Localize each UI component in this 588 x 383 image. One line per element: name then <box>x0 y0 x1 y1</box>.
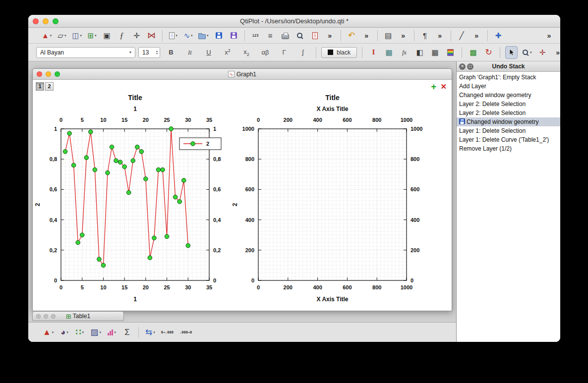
toolbar-separator <box>341 30 341 41</box>
stepper-arrows[interactable]: ▲▼ <box>156 50 160 55</box>
export-ascii-button[interactable]: ≡ <box>264 29 277 42</box>
open-project-button[interactable]: ▾ <box>197 29 210 42</box>
new-note-button[interactable]: ▱▾ <box>56 29 68 42</box>
save-project-button[interactable] <box>213 29 225 42</box>
save-template-button[interactable] <box>228 29 240 42</box>
undo-item-label: Layer 2: Delete Selection <box>459 109 526 116</box>
undo-stack-item[interactable]: Graph 'Graph1': Empty Stack <box>457 73 560 82</box>
plot-toolbar: ▲▾ ◕▾ ∷▾ ▨▾ ▾ Σ ⇆▾ 0→.000 .000→0 <box>28 322 456 342</box>
select-columns-button[interactable]: ▩ <box>467 46 479 59</box>
decrease-decimals-button[interactable]: .000→0 <box>178 326 193 339</box>
data-reader-button[interactable]: ✛ <box>536 46 549 59</box>
svg-text:25: 25 <box>164 284 170 290</box>
show-grid-button[interactable]: ▦ <box>429 46 441 59</box>
svg-text:800: 800 <box>372 284 381 290</box>
text-color-button[interactable]: black <box>321 47 357 58</box>
undo-stack-item[interactable]: Layer 1: Delete Selection <box>457 126 560 135</box>
graph-window: ∿ Graph1 1 2 + ✕ 0055101015 <box>32 68 452 311</box>
draw-line-button[interactable]: ╱ <box>456 29 468 42</box>
set-values-button[interactable]: ▦ <box>383 46 395 59</box>
sum-button[interactable]: Σ <box>121 326 133 339</box>
color-map-button[interactable] <box>444 46 457 59</box>
recalculate-button[interactable]: ↻ <box>482 46 495 59</box>
layer-tab-1[interactable]: 1 <box>36 82 44 91</box>
new-matrix-button[interactable]: ◫▾ <box>70 29 83 42</box>
panel-close-button[interactable]: ✕ <box>459 63 466 70</box>
window-titlebar[interactable]: QtiPlot - /Users/ion/Desktop/undo.qti * <box>28 15 560 28</box>
undo-stack-item[interactable]: Changed window geometry <box>457 117 560 126</box>
undo-stack-item[interactable]: Layer 2: Delete Selection <box>457 109 560 117</box>
table-window-minimized[interactable]: ⊞ Table1 <box>32 311 124 321</box>
svg-text:600: 600 <box>411 186 419 192</box>
add-column-button[interactable]: ✚ <box>492 29 505 42</box>
superscript-button[interactable]: x2 <box>220 46 235 59</box>
svg-text:200: 200 <box>284 117 293 123</box>
increase-decimals-button[interactable]: 0→.000 <box>160 326 175 339</box>
layout-button[interactable]: ▤ <box>382 29 395 42</box>
move-column-button[interactable]: ◧ <box>413 46 426 59</box>
fit-function-button[interactable]: ƒ <box>116 29 128 42</box>
layout-overflow-button[interactable]: » <box>397 29 410 42</box>
intersect-button[interactable]: ⋈ <box>145 29 158 42</box>
italic-button[interactable]: It <box>182 46 198 59</box>
undo-stack-item[interactable]: Layer 1: Delete Curve ('Table1_2') <box>457 135 560 144</box>
print-preview-button[interactable] <box>294 29 306 42</box>
undo-stack-item[interactable]: Layer 2: Delete Selection <box>457 100 560 109</box>
font-family-select[interactable]: Al Bayan▾ <box>36 47 135 58</box>
plot-menu-button[interactable]: ▲▾ <box>41 326 55 339</box>
print-button[interactable] <box>279 29 292 42</box>
svg-text:15: 15 <box>121 284 127 290</box>
new-document-button[interactable]: ▾ <box>167 29 179 42</box>
subscript-button[interactable]: x2 <box>238 46 254 59</box>
integral-button[interactable]: ∫ <box>295 46 311 59</box>
import-ascii-button[interactable]: 123 <box>249 29 262 42</box>
panel-float-button[interactable]: ◻ <box>467 63 473 70</box>
underline-button[interactable]: U <box>201 46 217 59</box>
annotate-button[interactable]: ¶ <box>419 29 431 42</box>
undo-stack-item[interactable]: Remove Layer (1/2) <box>457 144 560 153</box>
plot-canvas[interactable]: 0055101015152020252530303535000,20,20,40… <box>33 91 452 304</box>
undo-stack-item[interactable]: Add Layer <box>457 82 560 91</box>
plot-wizard-button[interactable]: ∿▾ <box>182 29 194 42</box>
file-overflow-button[interactable]: » <box>324 29 336 42</box>
magnifier-icon <box>296 32 303 39</box>
text-cursor-button[interactable]: I <box>367 46 380 59</box>
scatter-plot-button[interactable]: ∷▾ <box>73 326 86 339</box>
duplicate-window-button[interactable]: ▣ <box>101 29 113 42</box>
stepper-down-icon[interactable]: ▼ <box>156 53 158 55</box>
annotate-overflow-button[interactable]: » <box>434 29 446 42</box>
export-pdf-button[interactable] <box>309 29 321 42</box>
new-project-menu-button[interactable]: ▲▾ <box>40 29 53 42</box>
histogram-plot-button[interactable]: ▾ <box>106 326 118 339</box>
toolbar-overflow-button[interactable]: » <box>543 29 555 42</box>
fx-button[interactable]: fx <box>398 46 411 59</box>
move-points-button[interactable]: ✛ <box>130 29 143 42</box>
bold-button[interactable]: B <box>163 46 179 59</box>
right-plot-svg[interactable]: 0020020040040060060080080010001000002002… <box>231 91 426 304</box>
chevron-more-icon: » <box>328 32 332 40</box>
add-layer-button[interactable]: + <box>431 82 436 91</box>
greek-letters-button[interactable]: αβ <box>257 46 273 59</box>
swap-columns-button[interactable]: ⇆▾ <box>144 326 157 339</box>
zoom-tool-button[interactable]: ▾ <box>521 46 533 59</box>
undo-stack-item[interactable]: Changed window geometry <box>457 91 560 100</box>
font-size-stepper[interactable]: 13▲▼ <box>138 47 160 58</box>
pie-plot-button[interactable]: ◕▾ <box>58 326 70 339</box>
pointer-tool-button[interactable] <box>505 46 518 59</box>
left-plot-svg[interactable]: 0055101015152020252530303535000,20,20,40… <box>34 91 229 304</box>
remove-layer-button[interactable]: ✕ <box>440 83 447 90</box>
bowtie-icon: ⋈ <box>147 31 156 40</box>
edit-overflow-button[interactable]: » <box>360 29 373 42</box>
draw-overflow-button[interactable]: » <box>470 29 483 42</box>
format-overflow-button[interactable]: » <box>552 46 560 59</box>
caret-down-icon: ▾ <box>66 330 68 334</box>
graph-window-titlebar[interactable]: ∿ Graph1 <box>33 69 452 80</box>
image-plot-button[interactable]: ▨▾ <box>89 326 103 339</box>
undo-button[interactable]: ↶ <box>346 29 358 42</box>
workspace: ∿ Graph1 1 2 + ✕ 0055101015 <box>28 61 456 342</box>
layer-tab-2[interactable]: 2 <box>45 82 54 91</box>
caret-down-icon: ▾ <box>64 34 66 38</box>
gamma-button[interactable]: Γ <box>276 46 292 59</box>
svg-text:0: 0 <box>257 117 260 123</box>
new-table-button[interactable]: ⊞▾ <box>86 29 98 42</box>
